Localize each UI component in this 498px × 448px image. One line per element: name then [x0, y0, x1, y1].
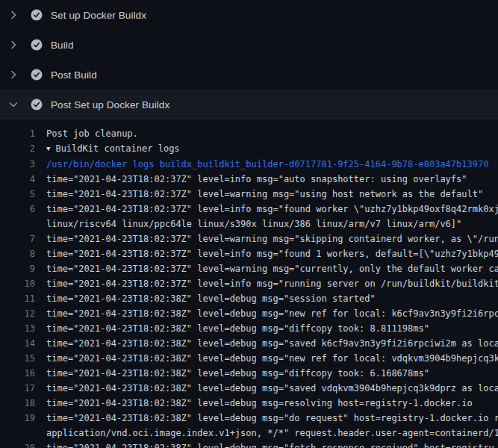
chevron-icon[interactable] [7, 9, 19, 21]
log-text: time="2021-04-23T18:02:38Z" level=debug … [46, 308, 498, 319]
log-line-content: time="2021-04-23T18:02:38Z" level=debug … [35, 396, 498, 411]
log-text: time="2021-04-23T18:02:38Z" level=debug … [46, 443, 494, 448]
log-text: Post job cleanup. [46, 128, 138, 139]
log-line-content: ▼BuildKit container logs [35, 141, 498, 157]
line-number[interactable]: 2 [0, 141, 35, 157]
log-text: time="2021-04-23T18:02:37Z" level=info m… [46, 279, 498, 289]
log-line-content: time="2021-04-23T18:02:37Z" level=info m… [35, 202, 498, 217]
log-line: 7 time="2021-04-23T18:02:37Z" level=warn… [0, 231, 498, 246]
line-number[interactable]: 1 [0, 126, 35, 141]
log-line-content: time="2021-04-23T18:02:38Z" level=debug … [35, 336, 498, 351]
line-number[interactable]: 7 [0, 231, 35, 246]
actions-log-viewer: Set up Docker Buildx Build Post Buil [0, 0, 498, 448]
log-line-content: time="2021-04-23T18:02:37Z" level=warnin… [35, 231, 498, 246]
line-number[interactable]: 20 [0, 441, 35, 448]
group-toggle-arrow[interactable]: ▼ [46, 145, 50, 152]
step-list: Set up Docker Buildx Build Post Buil [0, 0, 498, 119]
log-area: 1 Post job cleanup. 2 ▼BuildKit containe… [0, 119, 498, 448]
log-line-content: time="2021-04-23T18:02:37Z" level=warnin… [35, 187, 498, 202]
step-label: Build [51, 40, 74, 51]
log-line: 9 time="2021-04-23T18:02:37Z" level=warn… [0, 261, 498, 276]
log-text: time="2021-04-23T18:02:38Z" level=debug … [46, 413, 498, 423]
step-row[interactable]: Set up Docker Buildx [0, 0, 498, 30]
log-line-content: time="2021-04-23T18:02:38Z" level=debug … [35, 411, 498, 426]
log-line: 12 time="2021-04-23T18:02:38Z" level=deb… [0, 306, 498, 321]
log-line: 1 Post job cleanup. [0, 126, 498, 141]
check-circle-icon [31, 99, 43, 111]
log-line: 5 time="2021-04-23T18:02:37Z" level=warn… [0, 187, 498, 202]
log-line: 3 /usr/bin/docker logs buildx_buildkit_b… [0, 157, 498, 172]
chevron-icon[interactable] [7, 39, 19, 51]
log-text: time="2021-04-23T18:02:38Z" level=debug … [46, 383, 498, 393]
line-number[interactable]: 5 [0, 187, 35, 202]
log-line-content: time="2021-04-23T18:02:38Z" level=debug … [35, 306, 498, 321]
log-line-content: /usr/bin/docker logs buildx_buildkit_bui… [35, 157, 498, 172]
log-text: time="2021-04-23T18:02:37Z" level=info m… [46, 249, 498, 259]
line-number[interactable]: 17 [0, 381, 35, 396]
line-number[interactable]: 16 [0, 366, 35, 381]
log-line-content: time="2021-04-23T18:02:37Z" level=info m… [35, 172, 498, 187]
check-circle-icon [31, 69, 43, 81]
line-number[interactable]: 14 [0, 336, 35, 351]
log-line: 19 time="2021-04-23T18:02:38Z" level=deb… [0, 411, 498, 426]
log-line-content: time="2021-04-23T18:02:38Z" level=debug … [35, 291, 498, 306]
chevron-icon[interactable] [7, 69, 19, 81]
line-number[interactable] [0, 426, 35, 441]
log-line: application/vnd.oci.image.index.v1+json,… [0, 426, 498, 441]
line-number[interactable]: 12 [0, 306, 35, 321]
step-row[interactable]: Post Build [0, 60, 498, 90]
log-line-content: linux/riscv64 linux/ppc64le linux/s390x … [35, 217, 498, 231]
log-line: 17 time="2021-04-23T18:02:38Z" level=deb… [0, 381, 498, 396]
line-number[interactable]: 4 [0, 172, 35, 187]
log-text: time="2021-04-23T18:02:38Z" level=debug … [46, 323, 429, 334]
log-text: application/vnd.oci.image.index.v1+json,… [46, 428, 498, 438]
log-text: time="2021-04-23T18:02:37Z" level=info m… [46, 174, 467, 184]
log-line: 4 time="2021-04-23T18:02:37Z" level=info… [0, 172, 498, 187]
log-line: linux/riscv64 linux/ppc64le linux/s390x … [0, 217, 498, 231]
chevron-icon[interactable] [7, 99, 19, 111]
line-number[interactable]: 15 [0, 351, 35, 366]
check-circle-icon [31, 39, 43, 51]
log-text: time="2021-04-23T18:02:38Z" level=debug … [46, 398, 473, 408]
log-text: time="2021-04-23T18:02:38Z" level=debug … [46, 368, 429, 379]
log-line-content: time="2021-04-23T18:02:37Z" level=info m… [35, 276, 498, 291]
log-line-content: time="2021-04-23T18:02:38Z" level=debug … [35, 321, 498, 336]
log-line: 8 time="2021-04-23T18:02:37Z" level=info… [0, 246, 498, 261]
log-line-content: time="2021-04-23T18:02:38Z" level=debug … [35, 366, 498, 381]
log-text: time="2021-04-23T18:02:38Z" level=debug … [46, 338, 498, 349]
step-row[interactable]: Post Set up Docker Buildx [0, 90, 498, 119]
log-text: /usr/bin/docker logs buildx_buildkit_bui… [46, 159, 488, 169]
line-number[interactable]: 11 [0, 291, 35, 306]
log-text: time="2021-04-23T18:02:37Z" level=warnin… [46, 264, 498, 274]
step-label: Set up Docker Buildx [51, 10, 146, 21]
log-text: time="2021-04-23T18:02:37Z" level=warnin… [46, 189, 483, 199]
log-text: time="2021-04-23T18:02:37Z" level=info m… [46, 204, 498, 214]
log-text: time="2021-04-23T18:02:37Z" level=warnin… [46, 234, 498, 244]
line-number[interactable]: 9 [0, 261, 35, 276]
log-line: 2 ▼BuildKit container logs [0, 141, 498, 157]
log-line: 6 time="2021-04-23T18:02:37Z" level=info… [0, 202, 498, 217]
step-label: Post Set up Docker Buildx [51, 99, 169, 111]
log-line: 16 time="2021-04-23T18:02:38Z" level=deb… [0, 366, 498, 381]
step-label: Post Build [51, 69, 97, 81]
line-number[interactable]: 10 [0, 276, 35, 291]
line-number[interactable]: 19 [0, 411, 35, 426]
log-text: BuildKit container logs [55, 143, 179, 154]
log-line: 14 time="2021-04-23T18:02:38Z" level=deb… [0, 336, 498, 351]
line-number[interactable]: 3 [0, 157, 35, 172]
log-line: 18 time="2021-04-23T18:02:38Z" level=deb… [0, 396, 498, 411]
line-number[interactable]: 18 [0, 396, 35, 411]
log-line-content: time="2021-04-23T18:02:37Z" level=warnin… [35, 261, 498, 276]
line-number[interactable] [0, 217, 35, 231]
log-line-content: time="2021-04-23T18:02:38Z" level=debug … [35, 441, 498, 448]
log-line: 11 time="2021-04-23T18:02:38Z" level=deb… [0, 291, 498, 306]
log-line: 13 time="2021-04-23T18:02:38Z" level=deb… [0, 321, 498, 336]
log-line-content: time="2021-04-23T18:02:38Z" level=debug … [35, 351, 498, 366]
log-text: time="2021-04-23T18:02:38Z" level=debug … [46, 353, 498, 364]
log-text: linux/riscv64 linux/ppc64le linux/s390x … [46, 219, 461, 229]
step-row[interactable]: Build [0, 30, 498, 60]
log-line-content: application/vnd.oci.image.index.v1+json,… [35, 426, 498, 441]
line-number[interactable]: 6 [0, 202, 35, 217]
line-number[interactable]: 8 [0, 246, 35, 261]
line-number[interactable]: 13 [0, 321, 35, 336]
